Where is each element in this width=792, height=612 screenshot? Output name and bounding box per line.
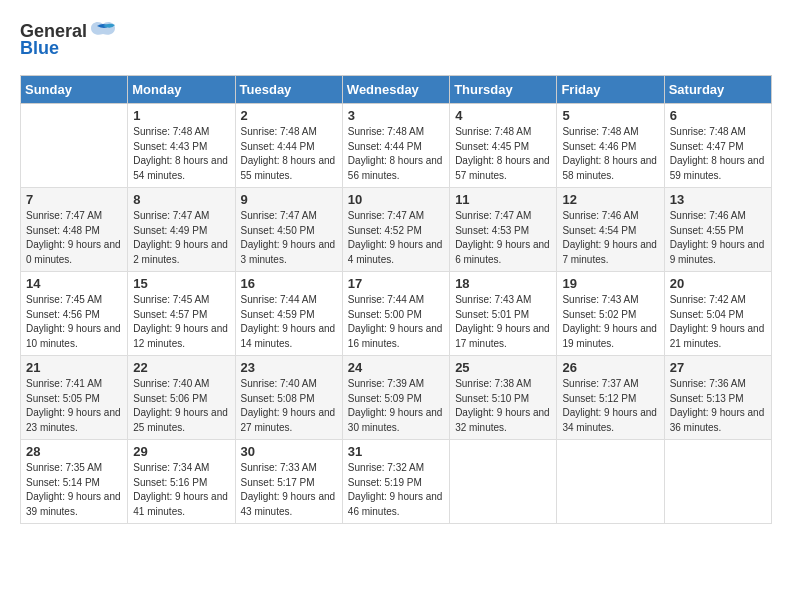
calendar-cell: 22Sunrise: 7:40 AMSunset: 5:06 PMDayligh… <box>128 356 235 440</box>
calendar-cell: 4Sunrise: 7:48 AMSunset: 4:45 PMDaylight… <box>450 104 557 188</box>
weekday-header-sunday: Sunday <box>21 76 128 104</box>
weekday-header-wednesday: Wednesday <box>342 76 449 104</box>
day-number: 22 <box>133 360 229 375</box>
day-number: 4 <box>455 108 551 123</box>
day-info: Sunrise: 7:47 AMSunset: 4:50 PMDaylight:… <box>241 209 337 267</box>
calendar-week-1: 1Sunrise: 7:48 AMSunset: 4:43 PMDaylight… <box>21 104 772 188</box>
day-info: Sunrise: 7:47 AMSunset: 4:49 PMDaylight:… <box>133 209 229 267</box>
day-info: Sunrise: 7:47 AMSunset: 4:53 PMDaylight:… <box>455 209 551 267</box>
calendar-cell: 13Sunrise: 7:46 AMSunset: 4:55 PMDayligh… <box>664 188 771 272</box>
calendar-week-3: 14Sunrise: 7:45 AMSunset: 4:56 PMDayligh… <box>21 272 772 356</box>
day-info: Sunrise: 7:46 AMSunset: 4:54 PMDaylight:… <box>562 209 658 267</box>
calendar-table: SundayMondayTuesdayWednesdayThursdayFrid… <box>20 75 772 524</box>
day-number: 23 <box>241 360 337 375</box>
weekday-header-row: SundayMondayTuesdayWednesdayThursdayFrid… <box>21 76 772 104</box>
day-info: Sunrise: 7:44 AMSunset: 5:00 PMDaylight:… <box>348 293 444 351</box>
weekday-header-thursday: Thursday <box>450 76 557 104</box>
calendar-cell: 12Sunrise: 7:46 AMSunset: 4:54 PMDayligh… <box>557 188 664 272</box>
day-info: Sunrise: 7:37 AMSunset: 5:12 PMDaylight:… <box>562 377 658 435</box>
day-info: Sunrise: 7:41 AMSunset: 5:05 PMDaylight:… <box>26 377 122 435</box>
calendar-week-5: 28Sunrise: 7:35 AMSunset: 5:14 PMDayligh… <box>21 440 772 524</box>
day-number: 17 <box>348 276 444 291</box>
day-info: Sunrise: 7:47 AMSunset: 4:52 PMDaylight:… <box>348 209 444 267</box>
day-info: Sunrise: 7:43 AMSunset: 5:01 PMDaylight:… <box>455 293 551 351</box>
day-number: 10 <box>348 192 444 207</box>
calendar-cell: 2Sunrise: 7:48 AMSunset: 4:44 PMDaylight… <box>235 104 342 188</box>
day-info: Sunrise: 7:48 AMSunset: 4:44 PMDaylight:… <box>348 125 444 183</box>
day-info: Sunrise: 7:44 AMSunset: 4:59 PMDaylight:… <box>241 293 337 351</box>
day-info: Sunrise: 7:40 AMSunset: 5:06 PMDaylight:… <box>133 377 229 435</box>
calendar-cell: 29Sunrise: 7:34 AMSunset: 5:16 PMDayligh… <box>128 440 235 524</box>
calendar-cell: 25Sunrise: 7:38 AMSunset: 5:10 PMDayligh… <box>450 356 557 440</box>
day-info: Sunrise: 7:45 AMSunset: 4:56 PMDaylight:… <box>26 293 122 351</box>
day-info: Sunrise: 7:47 AMSunset: 4:48 PMDaylight:… <box>26 209 122 267</box>
calendar-cell: 17Sunrise: 7:44 AMSunset: 5:00 PMDayligh… <box>342 272 449 356</box>
calendar-cell: 31Sunrise: 7:32 AMSunset: 5:19 PMDayligh… <box>342 440 449 524</box>
calendar-cell: 27Sunrise: 7:36 AMSunset: 5:13 PMDayligh… <box>664 356 771 440</box>
day-number: 29 <box>133 444 229 459</box>
calendar-cell: 16Sunrise: 7:44 AMSunset: 4:59 PMDayligh… <box>235 272 342 356</box>
day-info: Sunrise: 7:40 AMSunset: 5:08 PMDaylight:… <box>241 377 337 435</box>
calendar-cell: 21Sunrise: 7:41 AMSunset: 5:05 PMDayligh… <box>21 356 128 440</box>
calendar-cell: 6Sunrise: 7:48 AMSunset: 4:47 PMDaylight… <box>664 104 771 188</box>
day-info: Sunrise: 7:48 AMSunset: 4:43 PMDaylight:… <box>133 125 229 183</box>
day-number: 25 <box>455 360 551 375</box>
calendar-cell: 23Sunrise: 7:40 AMSunset: 5:08 PMDayligh… <box>235 356 342 440</box>
weekday-header-monday: Monday <box>128 76 235 104</box>
day-info: Sunrise: 7:42 AMSunset: 5:04 PMDaylight:… <box>670 293 766 351</box>
day-number: 8 <box>133 192 229 207</box>
calendar-cell: 30Sunrise: 7:33 AMSunset: 5:17 PMDayligh… <box>235 440 342 524</box>
day-info: Sunrise: 7:34 AMSunset: 5:16 PMDaylight:… <box>133 461 229 519</box>
weekday-header-tuesday: Tuesday <box>235 76 342 104</box>
calendar-cell: 1Sunrise: 7:48 AMSunset: 4:43 PMDaylight… <box>128 104 235 188</box>
day-number: 3 <box>348 108 444 123</box>
day-info: Sunrise: 7:39 AMSunset: 5:09 PMDaylight:… <box>348 377 444 435</box>
calendar-cell: 15Sunrise: 7:45 AMSunset: 4:57 PMDayligh… <box>128 272 235 356</box>
day-info: Sunrise: 7:43 AMSunset: 5:02 PMDaylight:… <box>562 293 658 351</box>
calendar-cell: 10Sunrise: 7:47 AMSunset: 4:52 PMDayligh… <box>342 188 449 272</box>
day-info: Sunrise: 7:36 AMSunset: 5:13 PMDaylight:… <box>670 377 766 435</box>
calendar-cell: 11Sunrise: 7:47 AMSunset: 4:53 PMDayligh… <box>450 188 557 272</box>
day-number: 2 <box>241 108 337 123</box>
calendar-week-2: 7Sunrise: 7:47 AMSunset: 4:48 PMDaylight… <box>21 188 772 272</box>
day-info: Sunrise: 7:38 AMSunset: 5:10 PMDaylight:… <box>455 377 551 435</box>
calendar-cell: 9Sunrise: 7:47 AMSunset: 4:50 PMDaylight… <box>235 188 342 272</box>
day-number: 31 <box>348 444 444 459</box>
day-number: 26 <box>562 360 658 375</box>
day-number: 13 <box>670 192 766 207</box>
calendar-cell <box>450 440 557 524</box>
day-number: 1 <box>133 108 229 123</box>
weekday-header-friday: Friday <box>557 76 664 104</box>
day-info: Sunrise: 7:48 AMSunset: 4:46 PMDaylight:… <box>562 125 658 183</box>
day-info: Sunrise: 7:33 AMSunset: 5:17 PMDaylight:… <box>241 461 337 519</box>
day-number: 7 <box>26 192 122 207</box>
day-info: Sunrise: 7:35 AMSunset: 5:14 PMDaylight:… <box>26 461 122 519</box>
day-number: 16 <box>241 276 337 291</box>
day-number: 30 <box>241 444 337 459</box>
calendar-cell: 26Sunrise: 7:37 AMSunset: 5:12 PMDayligh… <box>557 356 664 440</box>
day-number: 21 <box>26 360 122 375</box>
calendar-cell: 3Sunrise: 7:48 AMSunset: 4:44 PMDaylight… <box>342 104 449 188</box>
day-number: 15 <box>133 276 229 291</box>
day-number: 19 <box>562 276 658 291</box>
calendar-week-4: 21Sunrise: 7:41 AMSunset: 5:05 PMDayligh… <box>21 356 772 440</box>
day-number: 27 <box>670 360 766 375</box>
day-info: Sunrise: 7:48 AMSunset: 4:44 PMDaylight:… <box>241 125 337 183</box>
calendar-cell: 14Sunrise: 7:45 AMSunset: 4:56 PMDayligh… <box>21 272 128 356</box>
calendar-cell: 18Sunrise: 7:43 AMSunset: 5:01 PMDayligh… <box>450 272 557 356</box>
day-number: 9 <box>241 192 337 207</box>
calendar-cell: 19Sunrise: 7:43 AMSunset: 5:02 PMDayligh… <box>557 272 664 356</box>
weekday-header-saturday: Saturday <box>664 76 771 104</box>
day-number: 5 <box>562 108 658 123</box>
day-number: 28 <box>26 444 122 459</box>
day-info: Sunrise: 7:46 AMSunset: 4:55 PMDaylight:… <box>670 209 766 267</box>
day-number: 24 <box>348 360 444 375</box>
day-number: 6 <box>670 108 766 123</box>
day-info: Sunrise: 7:48 AMSunset: 4:45 PMDaylight:… <box>455 125 551 183</box>
calendar-cell: 8Sunrise: 7:47 AMSunset: 4:49 PMDaylight… <box>128 188 235 272</box>
logo-blue-text: Blue <box>20 38 59 59</box>
day-number: 11 <box>455 192 551 207</box>
day-number: 14 <box>26 276 122 291</box>
calendar-cell <box>664 440 771 524</box>
day-number: 12 <box>562 192 658 207</box>
